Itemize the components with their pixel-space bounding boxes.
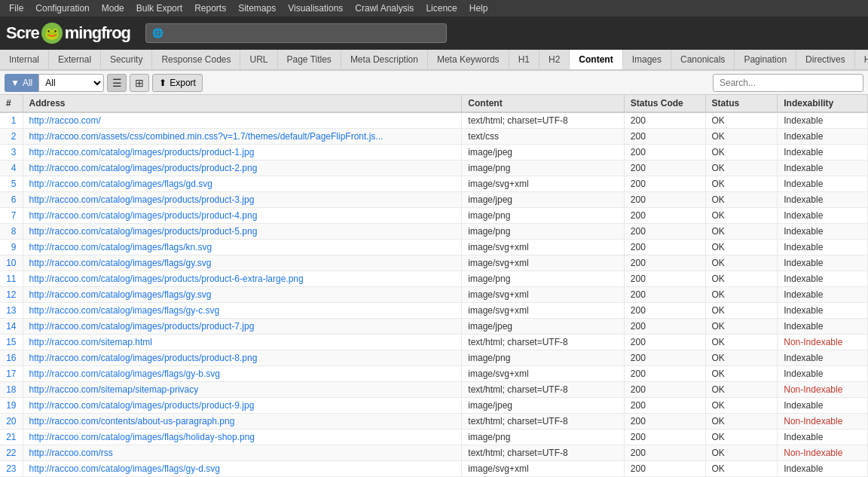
toolbar: ▼ All All HTML JavaScript CSS Image PDF …: [0, 71, 868, 95]
row-address[interactable]: http://raccoo.com/catalog/images/product…: [23, 319, 462, 335]
row-address[interactable]: http://raccoo.com/contents/about-us-para…: [23, 414, 462, 430]
menubar: File Configuration Mode Bulk Export Repo…: [0, 0, 868, 17]
menu-configuration[interactable]: Configuration: [29, 2, 95, 15]
row-number[interactable]: 4: [0, 161, 23, 176]
row-address[interactable]: http://raccoo.com/catalog/images/product…: [23, 350, 462, 366]
menu-crawl-analysis[interactable]: Crawl Analysis: [349, 2, 420, 15]
row-number[interactable]: 10: [0, 255, 23, 271]
col-header-status[interactable]: Status: [705, 95, 778, 112]
row-address[interactable]: http://raccoo.com/catalog/images/flags/h…: [23, 430, 462, 445]
tab-directives[interactable]: Directives: [796, 50, 855, 69]
tab-pagination[interactable]: Pagination: [735, 50, 796, 69]
list-view-button[interactable]: ☰: [107, 74, 127, 92]
col-header-indexability[interactable]: Indexability: [778, 95, 868, 112]
row-number[interactable]: 1: [0, 112, 23, 129]
row-number[interactable]: 22: [0, 445, 23, 461]
row-status: OK: [705, 271, 778, 287]
row-address[interactable]: http://raccoo.com/sitemap/sitemap-privac…: [23, 382, 462, 398]
search-input[interactable]: [713, 74, 863, 92]
row-number[interactable]: 15: [0, 335, 23, 350]
row-number[interactable]: 13: [0, 303, 23, 319]
row-number[interactable]: 2: [0, 129, 23, 145]
row-status: OK: [705, 430, 778, 445]
row-content: image/svg+xml: [462, 303, 624, 319]
tab-h1[interactable]: H1: [509, 50, 539, 69]
tab-external[interactable]: External: [49, 50, 101, 69]
row-address[interactable]: http://raccoo.com/catalog/images/product…: [23, 145, 462, 161]
row-address[interactable]: http://raccoo.com/catalog/images/product…: [23, 224, 462, 240]
row-address[interactable]: http://raccoo.com/catalog/images/flags/g…: [23, 287, 462, 303]
row-number[interactable]: 20: [0, 414, 23, 430]
row-address[interactable]: http://raccoo.com/catalog/images/product…: [23, 271, 462, 287]
row-number[interactable]: 19: [0, 398, 23, 414]
row-address[interactable]: http://raccoo.com/catalog/images/flags/g…: [23, 366, 462, 382]
row-content: image/svg+xml: [462, 366, 624, 382]
menu-bulk-export[interactable]: Bulk Export: [130, 2, 188, 15]
row-address[interactable]: http://raccoo.com/: [23, 112, 462, 129]
row-address[interactable]: http://raccoo.com/catalog/images/flags/g…: [23, 461, 462, 477]
row-address[interactable]: http://raccoo.com/catalog/images/flags/k…: [23, 240, 462, 255]
menu-file[interactable]: File: [3, 2, 29, 15]
tab-security[interactable]: Security: [101, 50, 152, 69]
row-number[interactable]: 3: [0, 145, 23, 161]
col-header-content[interactable]: Content: [462, 95, 624, 112]
row-number[interactable]: 9: [0, 240, 23, 255]
tab-canonicals[interactable]: Canonicals: [671, 50, 735, 69]
row-address[interactable]: http://raccoo.com/assets/css/combined.mi…: [23, 129, 462, 145]
row-address[interactable]: http://raccoo.com/catalog/images/product…: [23, 208, 462, 224]
menu-visualisations[interactable]: Visualisations: [282, 2, 349, 15]
row-indexability: Indexable: [778, 398, 868, 414]
url-bar[interactable]: 🌐: [145, 23, 447, 43]
tab-url[interactable]: URL: [240, 50, 277, 69]
table-row: 9 http://raccoo.com/catalog/images/flags…: [0, 240, 868, 255]
export-label: Export: [170, 78, 196, 88]
row-number[interactable]: 14: [0, 319, 23, 335]
menu-licence[interactable]: Licence: [420, 2, 463, 15]
row-number[interactable]: 8: [0, 224, 23, 240]
row-content: image/png: [462, 271, 624, 287]
row-address[interactable]: http://raccoo.com/catalog/images/flags/g…: [23, 255, 462, 271]
row-number[interactable]: 16: [0, 350, 23, 366]
tab-meta-keywords[interactable]: Meta Keywords: [428, 50, 509, 69]
row-number[interactable]: 7: [0, 208, 23, 224]
table-row: 20 http://raccoo.com/contents/about-us-p…: [0, 414, 868, 430]
tab-meta-description[interactable]: Meta Description: [341, 50, 428, 69]
tab-response-codes[interactable]: Response Codes: [152, 50, 240, 69]
tab-hreflang[interactable]: Hreflang: [855, 50, 868, 69]
row-number[interactable]: 6: [0, 192, 23, 208]
row-number[interactable]: 5: [0, 176, 23, 192]
filter-select[interactable]: All HTML JavaScript CSS Image PDF: [38, 74, 104, 92]
row-address[interactable]: http://raccoo.com/catalog/images/flags/g…: [23, 176, 462, 192]
row-address[interactable]: http://raccoo.com/rss: [23, 445, 462, 461]
row-number[interactable]: 21: [0, 430, 23, 445]
tab-h2[interactable]: H2: [539, 50, 570, 69]
row-address[interactable]: http://raccoo.com/catalog/images/product…: [23, 192, 462, 208]
row-address[interactable]: http://raccoo.com/sitemap.html: [23, 335, 462, 350]
row-status-code: 200: [624, 112, 705, 129]
menu-reports[interactable]: Reports: [188, 2, 232, 15]
row-number[interactable]: 18: [0, 382, 23, 398]
tree-view-button[interactable]: ⊞: [130, 74, 149, 92]
export-button[interactable]: ⬆ Export: [152, 74, 203, 92]
col-header-address[interactable]: Address: [23, 95, 462, 112]
menu-sitemaps[interactable]: Sitemaps: [232, 2, 282, 15]
col-header-status-code[interactable]: Status Code: [624, 95, 705, 112]
menu-help[interactable]: Help: [463, 2, 494, 15]
menu-mode[interactable]: Mode: [96, 2, 130, 15]
col-header-num[interactable]: #: [0, 95, 23, 112]
row-address[interactable]: http://raccoo.com/catalog/images/product…: [23, 398, 462, 414]
row-number[interactable]: 23: [0, 461, 23, 477]
row-address[interactable]: http://raccoo.com/catalog/images/product…: [23, 161, 462, 176]
row-number[interactable]: 11: [0, 271, 23, 287]
filter-label[interactable]: ▼ All: [5, 74, 38, 92]
tab-content[interactable]: Content: [570, 50, 622, 71]
row-content: text/html; charset=UTF-8: [462, 112, 624, 129]
row-address[interactable]: http://raccoo.com/catalog/images/flags/g…: [23, 303, 462, 319]
tab-internal[interactable]: Internal: [0, 50, 49, 69]
row-content: text/css: [462, 129, 624, 145]
row-number[interactable]: 12: [0, 287, 23, 303]
tab-page-titles[interactable]: Page Titles: [278, 50, 341, 69]
row-number[interactable]: 17: [0, 366, 23, 382]
row-status-code: 200: [624, 430, 705, 445]
tab-images[interactable]: Images: [623, 50, 671, 69]
